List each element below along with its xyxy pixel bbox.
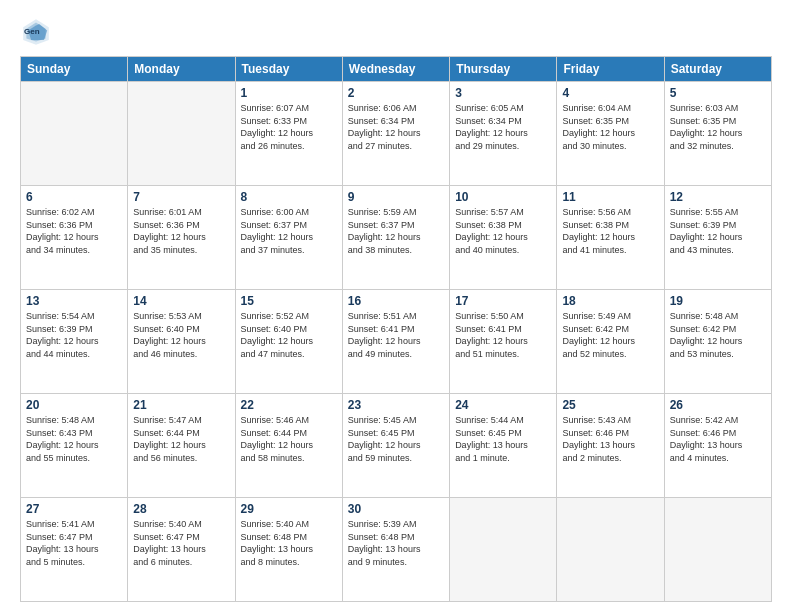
- calendar-cell: 26Sunrise: 5:42 AM Sunset: 6:46 PM Dayli…: [664, 394, 771, 498]
- calendar-body: 1Sunrise: 6:07 AM Sunset: 6:33 PM Daylig…: [21, 82, 772, 602]
- calendar: Sunday Monday Tuesday Wednesday Thursday…: [20, 56, 772, 602]
- calendar-cell: 27Sunrise: 5:41 AM Sunset: 6:47 PM Dayli…: [21, 498, 128, 602]
- day-info: Sunrise: 5:55 AM Sunset: 6:39 PM Dayligh…: [670, 206, 766, 256]
- calendar-cell: 15Sunrise: 5:52 AM Sunset: 6:40 PM Dayli…: [235, 290, 342, 394]
- calendar-cell: 29Sunrise: 5:40 AM Sunset: 6:48 PM Dayli…: [235, 498, 342, 602]
- day-info: Sunrise: 5:51 AM Sunset: 6:41 PM Dayligh…: [348, 310, 444, 360]
- day-info: Sunrise: 5:39 AM Sunset: 6:48 PM Dayligh…: [348, 518, 444, 568]
- day-number: 29: [241, 502, 337, 516]
- header: Gen: [20, 16, 772, 48]
- calendar-cell: [21, 82, 128, 186]
- svg-text:Gen: Gen: [24, 27, 40, 36]
- day-info: Sunrise: 5:42 AM Sunset: 6:46 PM Dayligh…: [670, 414, 766, 464]
- day-number: 30: [348, 502, 444, 516]
- calendar-cell: 24Sunrise: 5:44 AM Sunset: 6:45 PM Dayli…: [450, 394, 557, 498]
- day-info: Sunrise: 5:48 AM Sunset: 6:43 PM Dayligh…: [26, 414, 122, 464]
- day-info: Sunrise: 5:45 AM Sunset: 6:45 PM Dayligh…: [348, 414, 444, 464]
- logo: Gen: [20, 16, 56, 48]
- day-number: 24: [455, 398, 551, 412]
- day-info: Sunrise: 5:41 AM Sunset: 6:47 PM Dayligh…: [26, 518, 122, 568]
- calendar-cell: 6Sunrise: 6:02 AM Sunset: 6:36 PM Daylig…: [21, 186, 128, 290]
- calendar-cell: 19Sunrise: 5:48 AM Sunset: 6:42 PM Dayli…: [664, 290, 771, 394]
- day-number: 19: [670, 294, 766, 308]
- calendar-cell: 5Sunrise: 6:03 AM Sunset: 6:35 PM Daylig…: [664, 82, 771, 186]
- day-info: Sunrise: 5:43 AM Sunset: 6:46 PM Dayligh…: [562, 414, 658, 464]
- day-info: Sunrise: 6:04 AM Sunset: 6:35 PM Dayligh…: [562, 102, 658, 152]
- calendar-cell: 7Sunrise: 6:01 AM Sunset: 6:36 PM Daylig…: [128, 186, 235, 290]
- calendar-week-3: 13Sunrise: 5:54 AM Sunset: 6:39 PM Dayli…: [21, 290, 772, 394]
- day-info: Sunrise: 5:52 AM Sunset: 6:40 PM Dayligh…: [241, 310, 337, 360]
- calendar-cell: 25Sunrise: 5:43 AM Sunset: 6:46 PM Dayli…: [557, 394, 664, 498]
- day-number: 7: [133, 190, 229, 204]
- day-number: 6: [26, 190, 122, 204]
- day-number: 23: [348, 398, 444, 412]
- calendar-cell: 8Sunrise: 6:00 AM Sunset: 6:37 PM Daylig…: [235, 186, 342, 290]
- day-info: Sunrise: 5:54 AM Sunset: 6:39 PM Dayligh…: [26, 310, 122, 360]
- calendar-cell: 12Sunrise: 5:55 AM Sunset: 6:39 PM Dayli…: [664, 186, 771, 290]
- col-monday: Monday: [128, 57, 235, 82]
- calendar-cell: 9Sunrise: 5:59 AM Sunset: 6:37 PM Daylig…: [342, 186, 449, 290]
- day-info: Sunrise: 5:59 AM Sunset: 6:37 PM Dayligh…: [348, 206, 444, 256]
- day-number: 26: [670, 398, 766, 412]
- day-info: Sunrise: 6:02 AM Sunset: 6:36 PM Dayligh…: [26, 206, 122, 256]
- day-number: 17: [455, 294, 551, 308]
- day-number: 16: [348, 294, 444, 308]
- day-number: 5: [670, 86, 766, 100]
- day-number: 9: [348, 190, 444, 204]
- day-number: 10: [455, 190, 551, 204]
- calendar-cell: [128, 82, 235, 186]
- calendar-cell: [557, 498, 664, 602]
- calendar-cell: 2Sunrise: 6:06 AM Sunset: 6:34 PM Daylig…: [342, 82, 449, 186]
- day-info: Sunrise: 5:56 AM Sunset: 6:38 PM Dayligh…: [562, 206, 658, 256]
- calendar-cell: 16Sunrise: 5:51 AM Sunset: 6:41 PM Dayli…: [342, 290, 449, 394]
- day-info: Sunrise: 6:03 AM Sunset: 6:35 PM Dayligh…: [670, 102, 766, 152]
- col-sunday: Sunday: [21, 57, 128, 82]
- calendar-cell: 3Sunrise: 6:05 AM Sunset: 6:34 PM Daylig…: [450, 82, 557, 186]
- day-number: 13: [26, 294, 122, 308]
- calendar-week-2: 6Sunrise: 6:02 AM Sunset: 6:36 PM Daylig…: [21, 186, 772, 290]
- day-number: 18: [562, 294, 658, 308]
- day-number: 20: [26, 398, 122, 412]
- day-number: 14: [133, 294, 229, 308]
- calendar-cell: 22Sunrise: 5:46 AM Sunset: 6:44 PM Dayli…: [235, 394, 342, 498]
- day-number: 22: [241, 398, 337, 412]
- calendar-week-5: 27Sunrise: 5:41 AM Sunset: 6:47 PM Dayli…: [21, 498, 772, 602]
- day-info: Sunrise: 6:06 AM Sunset: 6:34 PM Dayligh…: [348, 102, 444, 152]
- day-info: Sunrise: 6:07 AM Sunset: 6:33 PM Dayligh…: [241, 102, 337, 152]
- day-number: 12: [670, 190, 766, 204]
- day-info: Sunrise: 6:00 AM Sunset: 6:37 PM Dayligh…: [241, 206, 337, 256]
- calendar-cell: 20Sunrise: 5:48 AM Sunset: 6:43 PM Dayli…: [21, 394, 128, 498]
- day-info: Sunrise: 6:01 AM Sunset: 6:36 PM Dayligh…: [133, 206, 229, 256]
- calendar-cell: 21Sunrise: 5:47 AM Sunset: 6:44 PM Dayli…: [128, 394, 235, 498]
- day-number: 28: [133, 502, 229, 516]
- day-number: 1: [241, 86, 337, 100]
- logo-icon: Gen: [20, 16, 52, 48]
- day-number: 21: [133, 398, 229, 412]
- day-info: Sunrise: 5:53 AM Sunset: 6:40 PM Dayligh…: [133, 310, 229, 360]
- day-number: 3: [455, 86, 551, 100]
- calendar-cell: 11Sunrise: 5:56 AM Sunset: 6:38 PM Dayli…: [557, 186, 664, 290]
- calendar-week-1: 1Sunrise: 6:07 AM Sunset: 6:33 PM Daylig…: [21, 82, 772, 186]
- day-number: 15: [241, 294, 337, 308]
- calendar-cell: 18Sunrise: 5:49 AM Sunset: 6:42 PM Dayli…: [557, 290, 664, 394]
- calendar-cell: 1Sunrise: 6:07 AM Sunset: 6:33 PM Daylig…: [235, 82, 342, 186]
- day-info: Sunrise: 5:48 AM Sunset: 6:42 PM Dayligh…: [670, 310, 766, 360]
- day-info: Sunrise: 5:47 AM Sunset: 6:44 PM Dayligh…: [133, 414, 229, 464]
- calendar-cell: 10Sunrise: 5:57 AM Sunset: 6:38 PM Dayli…: [450, 186, 557, 290]
- calendar-cell: 23Sunrise: 5:45 AM Sunset: 6:45 PM Dayli…: [342, 394, 449, 498]
- day-number: 27: [26, 502, 122, 516]
- col-thursday: Thursday: [450, 57, 557, 82]
- day-number: 25: [562, 398, 658, 412]
- calendar-header-row: Sunday Monday Tuesday Wednesday Thursday…: [21, 57, 772, 82]
- day-info: Sunrise: 5:49 AM Sunset: 6:42 PM Dayligh…: [562, 310, 658, 360]
- day-number: 4: [562, 86, 658, 100]
- day-info: Sunrise: 5:57 AM Sunset: 6:38 PM Dayligh…: [455, 206, 551, 256]
- calendar-cell: [450, 498, 557, 602]
- day-info: Sunrise: 5:40 AM Sunset: 6:48 PM Dayligh…: [241, 518, 337, 568]
- calendar-week-4: 20Sunrise: 5:48 AM Sunset: 6:43 PM Dayli…: [21, 394, 772, 498]
- calendar-cell: 17Sunrise: 5:50 AM Sunset: 6:41 PM Dayli…: [450, 290, 557, 394]
- day-number: 2: [348, 86, 444, 100]
- day-info: Sunrise: 5:50 AM Sunset: 6:41 PM Dayligh…: [455, 310, 551, 360]
- calendar-cell: 28Sunrise: 5:40 AM Sunset: 6:47 PM Dayli…: [128, 498, 235, 602]
- day-info: Sunrise: 6:05 AM Sunset: 6:34 PM Dayligh…: [455, 102, 551, 152]
